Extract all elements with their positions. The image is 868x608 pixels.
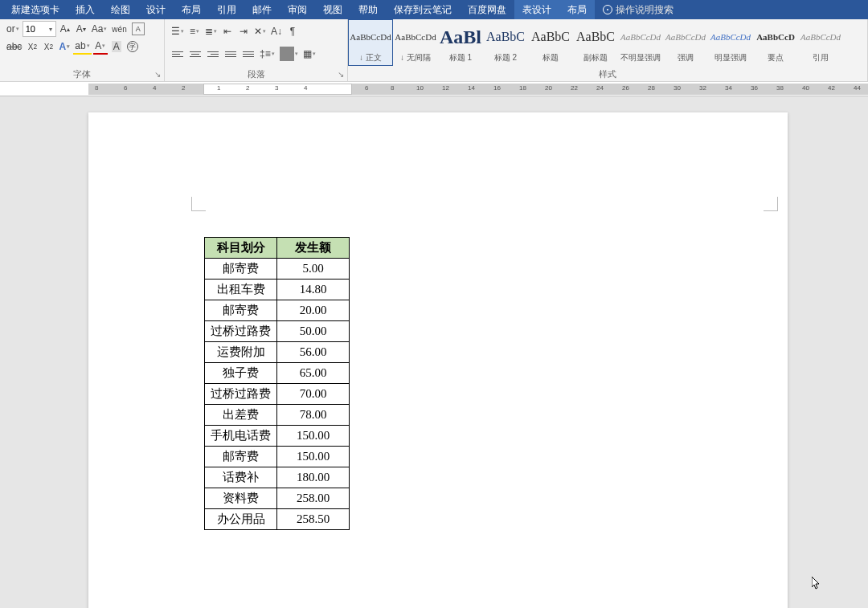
table-row[interactable]: 手机电话费150.00 (205, 426, 350, 447)
align-right-button[interactable] (205, 46, 221, 62)
show-marks-button[interactable]: ¶ (285, 23, 300, 39)
tab-表设计[interactable]: 表设计 (514, 0, 559, 19)
shading-button[interactable]: ▾ (278, 46, 300, 62)
cell-category[interactable]: 运费附加 (205, 342, 277, 363)
table-row[interactable]: 出差费78.00 (205, 405, 350, 426)
tab-新建选项卡[interactable]: 新建选项卡 (3, 0, 68, 19)
cell-amount[interactable]: 56.00 (277, 342, 350, 363)
table-row[interactable]: 邮寄费150.00 (205, 447, 350, 467)
table-header-category[interactable]: 科目划分 (205, 238, 277, 259)
cell-amount[interactable]: 150.00 (277, 426, 350, 447)
cell-amount[interactable]: 78.00 (277, 405, 350, 426)
cell-amount[interactable]: 20.00 (277, 300, 350, 321)
text-effects-button[interactable]: A▾ (57, 39, 72, 55)
table-row[interactable]: 话费补180.00 (205, 467, 350, 488)
cell-category[interactable]: 过桥过路费 (205, 384, 277, 405)
style-不明显强调[interactable]: AaBbCcDd不明显强调 (618, 19, 663, 66)
font-size-combo[interactable]: ▾ (23, 21, 56, 37)
table-row[interactable]: 办公用品258.50 (205, 509, 350, 530)
tab-布局[interactable]: 布局 (559, 0, 595, 19)
tab-引用[interactable]: 引用 (209, 0, 244, 19)
borders-button[interactable]: ▦▾ (301, 46, 317, 62)
cell-category[interactable]: 过桥过路费 (205, 321, 277, 342)
horizontal-ruler[interactable]: 8642123468101214161820222426283032343638… (0, 82, 868, 96)
cell-category[interactable]: 资料费 (205, 488, 277, 509)
align-center-button[interactable] (187, 46, 203, 62)
enclose-char-button[interactable]: 字 (125, 39, 140, 55)
table-row[interactable]: 邮寄费20.00 (205, 300, 350, 321)
tab-布局[interactable]: 布局 (174, 0, 209, 19)
table-header-amount[interactable]: 发生额 (277, 238, 350, 259)
superscript-button[interactable]: X2 (41, 39, 55, 55)
font-family-combo-tail[interactable]: or▾ (5, 21, 21, 37)
grow-font-button[interactable]: A▴ (58, 21, 72, 37)
asian-layout-button[interactable]: ✕▾ (252, 23, 268, 39)
tab-绘图[interactable]: 绘图 (103, 0, 138, 19)
cell-amount[interactable]: 70.00 (277, 384, 350, 405)
cell-amount[interactable]: 180.00 (277, 467, 350, 488)
style-标题 1[interactable]: AaBl标题 1 (438, 19, 483, 66)
tab-插入[interactable]: 插入 (68, 0, 103, 19)
cell-amount[interactable]: 50.00 (277, 321, 350, 342)
cell-category[interactable]: 出差费 (205, 405, 277, 426)
cell-category[interactable]: 出租车费 (205, 280, 277, 300)
subscript-button[interactable]: X2 (25, 39, 39, 55)
cell-amount[interactable]: 5.00 (277, 259, 350, 280)
cell-category[interactable]: 邮寄费 (205, 300, 277, 321)
tab-帮助[interactable]: 帮助 (350, 0, 386, 19)
sort-button[interactable]: A↓ (269, 23, 284, 39)
table-row[interactable]: 过桥过路费70.00 (205, 384, 350, 405)
document-area[interactable]: 科目划分 发生额 邮寄费5.00出租车费14.80邮寄费20.00过桥过路费50… (0, 96, 868, 608)
style-标题[interactable]: AaBbC标题 (528, 19, 573, 66)
document-page[interactable]: 科目划分 发生额 邮寄费5.00出租车费14.80邮寄费20.00过桥过路费50… (88, 112, 788, 608)
style-↓ 无间隔[interactable]: AaBbCcDd↓ 无间隔 (393, 19, 438, 66)
tell-me-search[interactable]: 操作说明搜索 (595, 3, 682, 17)
strikethrough-button[interactable]: abc (5, 39, 23, 55)
style-标题 2[interactable]: AaBbC标题 2 (483, 19, 528, 66)
chevron-down-icon[interactable]: ▾ (46, 26, 55, 33)
dialog-launcher-icon[interactable]: ↘ (153, 70, 162, 80)
style-引用[interactable]: AaBbCcDd引用 (798, 19, 843, 66)
cell-amount[interactable]: 150.00 (277, 447, 350, 467)
numbering-button[interactable]: ≡▾ (187, 23, 202, 39)
cell-category[interactable]: 办公用品 (205, 509, 277, 530)
table-row[interactable]: 过桥过路费50.00 (205, 321, 350, 342)
table-row[interactable]: 出租车费14.80 (205, 280, 350, 300)
tab-百度网盘[interactable]: 百度网盘 (460, 0, 514, 19)
line-spacing-button[interactable]: ‡≡▾ (258, 46, 276, 62)
char-shading-button[interactable]: A (109, 39, 124, 55)
shrink-font-button[interactable]: A▾ (74, 21, 88, 37)
style-明显强调[interactable]: AaBbCcDd明显强调 (708, 19, 753, 66)
cell-category[interactable]: 话费补 (205, 467, 277, 488)
cell-category[interactable]: 独子费 (205, 363, 277, 384)
table-row[interactable]: 邮寄费5.00 (205, 259, 350, 280)
increase-indent-button[interactable]: ⇥ (236, 23, 251, 39)
multilevel-list-button[interactable]: ≣▾ (203, 23, 219, 39)
cell-amount[interactable]: 258.50 (277, 509, 350, 530)
align-left-button[interactable] (170, 46, 186, 62)
decrease-indent-button[interactable]: ⇤ (220, 23, 235, 39)
change-case-button[interactable]: Aa▾ (90, 21, 109, 37)
font-size-input[interactable] (23, 24, 46, 34)
cell-category[interactable]: 邮寄费 (205, 259, 277, 280)
tab-设计[interactable]: 设计 (138, 0, 174, 19)
table-row[interactable]: 资料费258.00 (205, 488, 350, 509)
expense-table[interactable]: 科目划分 发生额 邮寄费5.00出租车费14.80邮寄费20.00过桥过路费50… (204, 237, 350, 530)
style-↓ 正文[interactable]: AaBbCcDd↓ 正文 (348, 19, 393, 66)
cell-amount[interactable]: 258.00 (277, 488, 350, 509)
bullets-button[interactable]: ☰▾ (170, 23, 186, 39)
cell-category[interactable]: 手机电话费 (205, 426, 277, 447)
styles-gallery[interactable]: AaBbCcDd↓ 正文AaBbCcDd↓ 无间隔AaBl标题 1AaBbC标题… (348, 19, 867, 67)
tab-邮件[interactable]: 邮件 (244, 0, 280, 19)
align-justify-button[interactable] (223, 46, 239, 62)
tab-保存到云笔记[interactable]: 保存到云笔记 (386, 0, 460, 19)
tab-视图[interactable]: 视图 (315, 0, 350, 19)
style-强调[interactable]: AaBbCcDd强调 (663, 19, 708, 66)
cell-amount[interactable]: 65.00 (277, 363, 350, 384)
style-副标题[interactable]: AaBbC副标题 (573, 19, 618, 66)
table-row[interactable]: 独子费65.00 (205, 363, 350, 384)
cell-category[interactable]: 邮寄费 (205, 447, 277, 467)
align-distributed-button[interactable] (240, 46, 256, 62)
highlight-button[interactable]: ab▾ (73, 39, 91, 55)
cell-amount[interactable]: 14.80 (277, 280, 350, 300)
